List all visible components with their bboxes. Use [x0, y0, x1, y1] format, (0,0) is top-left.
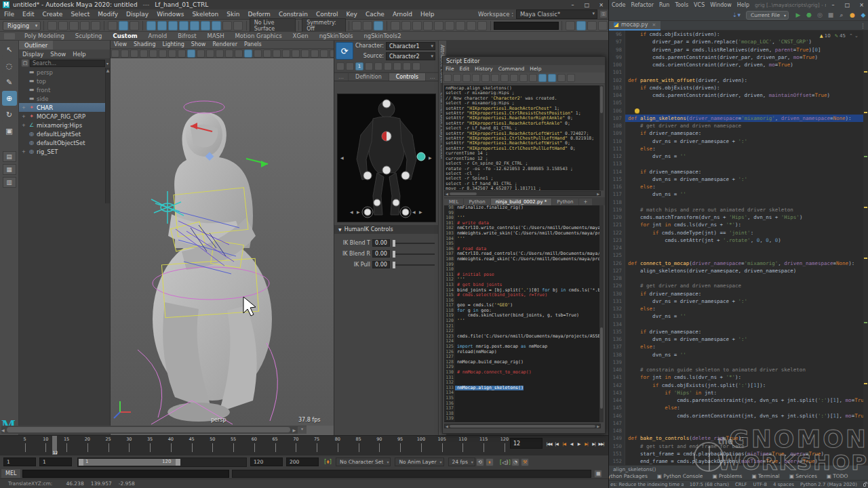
toolbar-icon[interactable] [538, 74, 547, 82]
mute-icon[interactable]: [◁)] [500, 459, 511, 466]
pycharm-code-line[interactable]: 149def bake_to_controls(delete_rig=True)… [609, 434, 868, 442]
outliner-item-mocap-rig-grp[interactable]: +✦MOCAP_RIG_GRP [19, 112, 110, 121]
script-editor-code-line[interactable]: 109 [444, 262, 601, 268]
hik-tab-overflow-left[interactable]: … [334, 73, 348, 81]
pycharm-code-line[interactable]: 126def connect_to_mocap(driver_namespace… [609, 260, 868, 267]
current-time-marker[interactable]: 12 [52, 436, 57, 455]
pycharm-menu-tools[interactable]: Tools [672, 2, 691, 8]
script-editor-code-line[interactable]: 121 [444, 324, 601, 329]
pycharm-menu-window[interactable]: Window [707, 2, 734, 8]
maximize-button[interactable]: □ [580, 0, 594, 9]
script-editor-code-line[interactable]: 119 cmds.skinCluster(bind_joints, g, tsb… [444, 313, 601, 319]
script-editor-code-line[interactable]: 134 [444, 390, 601, 396]
script-editor-titlebar[interactable]: Script Editor [443, 57, 605, 65]
layout-split-pane-button[interactable]: ▥ [3, 177, 16, 188]
toolbar-icon[interactable] [225, 49, 233, 58]
toolbar-icon[interactable] [292, 49, 300, 58]
pycharm-code-line[interactable]: 102def parent_with_offset(driver, driven… [609, 77, 868, 84]
hik-tab-definition[interactable]: Definition [349, 73, 389, 81]
toolbar-icon[interactable] [598, 21, 608, 30]
toolbar-icon[interactable] [159, 49, 167, 58]
tool-window-todo[interactable]: ▣ TODO [827, 473, 848, 479]
debug-button[interactable]: ⬣ [804, 12, 814, 18]
outliner-search-input[interactable]: Search... [30, 60, 105, 67]
script-editor-code-pane[interactable]: 98nmFinalize.finalize_rig()99 100'''101#… [444, 205, 601, 422]
toolbar-icon[interactable] [69, 21, 79, 30]
pycharm-code-line[interactable]: 111 else: [609, 145, 868, 152]
script-editor-tab-[interactable]: + [579, 199, 593, 205]
toolbar-icon[interactable] [80, 21, 90, 30]
toolbar-icon[interactable] [587, 21, 597, 30]
shelf-tab-ngskintools2[interactable]: ngSkinTools2 [358, 33, 406, 39]
inspections-widget[interactable]: ▲ 10 ✎ 45 ⌃ ⌄ [818, 33, 861, 39]
script-editor-code-line[interactable]: 131 [444, 375, 601, 381]
search-everywhere-icon[interactable]: ⌕ [837, 12, 846, 19]
menu-set-dropdown[interactable]: Rigging [3, 21, 41, 30]
code-vertical-scrollbar[interactable] [599, 205, 604, 422]
toolbar-icon[interactable] [567, 74, 575, 82]
playback-start-field[interactable]: 1 [39, 458, 72, 466]
shelf-tab-ngskintools[interactable]: ngSkinTools [314, 33, 359, 39]
status-interpreter[interactable]: Python 2.7 (Maya 2020) [800, 482, 857, 487]
toolbar-icon[interactable] [111, 49, 119, 58]
toolbar-icon[interactable] [178, 49, 186, 58]
toolbar-icon[interactable] [146, 21, 156, 30]
fps-dropdown[interactable]: 24 fps [448, 458, 475, 466]
hik-tab-overflow-right[interactable]: … [426, 73, 439, 81]
script-editor-history[interactable]: nmMocap.align_skeletons() select -r mixa… [444, 85, 601, 190]
pycharm-code-line[interactable]: 112 dvr_ns = '' [609, 152, 868, 160]
shelf-tab-custom[interactable]: Custom [108, 33, 143, 39]
playback-speed-icon[interactable]: ◔ [511, 458, 519, 466]
script-editor-code-line[interactable]: 99 [444, 211, 601, 216]
layout-four-pane-button[interactable]: ▦ [3, 164, 16, 175]
coverage-button[interactable]: ◎ [815, 12, 825, 18]
pycharm-code-line[interactable]: 142 if cmds.objExists(jnt.split(':')[1])… [609, 382, 868, 389]
outliner-menu-help[interactable]: Help [69, 51, 89, 58]
pycharm-code-line[interactable]: 141 for jnt in cmds.ls(dvr_ns + '*'): [609, 373, 868, 381]
shelf-tab-arnold[interactable]: Arnold [143, 33, 173, 39]
toolbar-icon[interactable] [140, 49, 148, 58]
toolbar-icon[interactable] [320, 49, 328, 58]
script-editor-menu-history[interactable]: History [472, 66, 496, 72]
pycharm-menu-help[interactable]: Help [734, 2, 752, 8]
step-forward-frame-button[interactable]: ▶| [590, 438, 597, 449]
symmetry-field[interactable]: Symmetry: Off [302, 18, 345, 33]
previous-key-button[interactable]: |◀ [560, 438, 568, 449]
humanik-controls-section-header[interactable]: ▼ HumanIK Controls [334, 225, 439, 234]
paint-select-tool-icon[interactable]: ✎ [2, 75, 17, 89]
editor-scrollbar[interactable] [863, 30, 868, 465]
pycharm-code-line[interactable]: 137 else: [609, 343, 868, 350]
pycharm-code-line[interactable]: 139 [609, 359, 868, 366]
command-language-toggle[interactable]: MEL [1, 469, 20, 478]
tab-options-icon[interactable]: ⋮ [860, 22, 868, 29]
tool-window-python-console[interactable]: ▣ Python Console [657, 473, 703, 479]
maya-menu-skeleton[interactable]: Skeleton [188, 11, 222, 18]
script-editor-code-line[interactable]: 137 [444, 406, 601, 411]
toolbar-icon[interactable] [197, 49, 205, 58]
toolbar-icon[interactable] [179, 21, 189, 30]
toolbar-icon[interactable] [216, 49, 224, 58]
pycharm-code-line[interactable]: 109 if driver_namespace: [609, 129, 868, 137]
intention-bulb-icon[interactable] [635, 108, 639, 113]
toolbar-icon[interactable] [391, 21, 400, 30]
toolbar-icon[interactable] [273, 49, 281, 58]
toolbar-icon[interactable] [412, 62, 420, 70]
pane-menu-icon[interactable]: ▾ [298, 426, 307, 434]
toolbar-icon[interactable]: 1 [355, 62, 363, 70]
maya-menu-cache[interactable]: Cache [361, 11, 389, 18]
toolbar-icon[interactable] [481, 74, 490, 82]
pycharm-minimize-button[interactable]: – [826, 0, 840, 9]
toolbar-icon[interactable] [352, 21, 361, 30]
slider-track[interactable] [393, 264, 435, 266]
toolbar-icon[interactable] [374, 21, 383, 30]
pycharm-code-line[interactable]: 150 # get start and end frame for bake [609, 443, 868, 450]
pycharm-code-line[interactable]: 98 driven_par = cmds.listRelatives(drive… [609, 46, 868, 54]
pycharm-breadcrumb[interactable]: align_skeletons() [609, 465, 868, 472]
outliner-item-defaultlightset[interactable]: ◎defaultLightSet [19, 129, 110, 138]
outliner-item-front[interactable]: ▬front [19, 85, 110, 94]
script-editor-tab-ninja-build-0002-py[interactable]: ninja_build_0002.py * [491, 199, 552, 205]
code-horizontal-scrollbar[interactable]: ◀▶ [444, 424, 601, 428]
pycharm-code-line[interactable]: 103 if cmds.objExists(driven): [609, 84, 868, 92]
playback-end-field[interactable]: 120 [250, 458, 283, 466]
pycharm-code-line[interactable]: 128 [609, 274, 868, 282]
